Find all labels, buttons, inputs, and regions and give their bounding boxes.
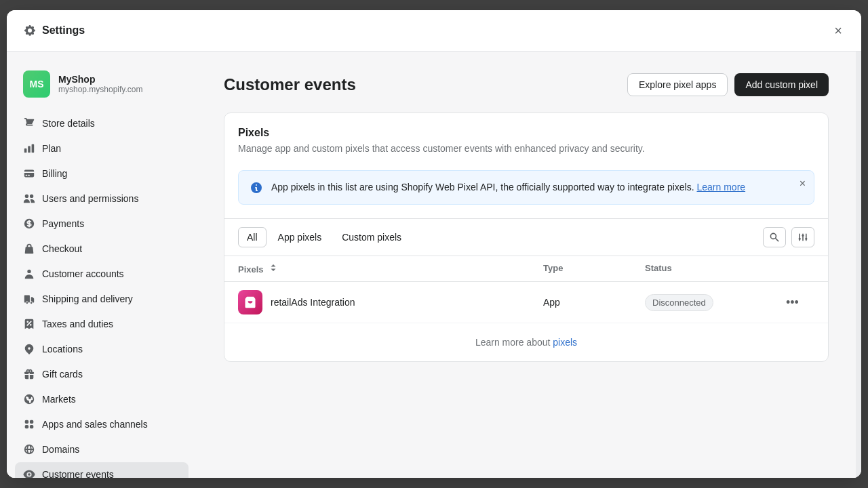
pixel-actions-cell: ••• — [781, 293, 814, 312]
pixel-type-cell: App — [543, 297, 645, 308]
sidebar-label-gift-cards: Gift cards — [42, 369, 83, 380]
shopping-bag-icon — [243, 296, 257, 309]
avatar: MS — [23, 70, 50, 98]
pixels-section: Pixels Manage app and custom pixels that… — [224, 113, 829, 362]
settings-modal: Settings × MS MyShop myshop.myshopify.co… — [7, 10, 861, 478]
col-type: Type — [543, 263, 645, 274]
sidebar-item-gift-cards[interactable]: Gift cards — [15, 362, 189, 386]
col-actions — [781, 263, 814, 274]
banner-text: App pixels in this list are using Shopif… — [271, 180, 745, 195]
learn-more-section: Learn more about pixels — [224, 323, 828, 361]
sidebar-item-users[interactable]: Users and permissions — [15, 186, 189, 211]
sidebar-label-users: Users and permissions — [42, 193, 138, 204]
sidebar-item-domains[interactable]: Domains — [15, 437, 189, 462]
sidebar-label-billing: Billing — [42, 168, 67, 179]
main-content: Customer events Explore pixel apps Add c… — [197, 52, 856, 478]
modal-title-text: Settings — [42, 24, 85, 37]
sidebar-label-customer-accounts: Customer accounts — [42, 268, 124, 279]
sidebar-item-apps[interactable]: Apps and sales channels — [15, 412, 189, 436]
payments-icon — [23, 218, 35, 230]
explore-pixel-apps-button[interactable]: Explore pixel apps — [627, 73, 728, 96]
col-status: Status — [645, 263, 781, 274]
sidebar-label-customer-events: Customer events — [42, 469, 114, 478]
info-icon — [250, 181, 263, 195]
sidebar-item-customer-events[interactable]: Customer events — [15, 462, 189, 478]
apps-icon — [23, 418, 35, 430]
shop-info: MS MyShop myshop.myshopify.com — [15, 65, 189, 111]
sidebar-item-customer-accounts[interactable]: Customer accounts — [15, 262, 189, 286]
tab-all[interactable]: All — [238, 227, 267, 247]
pixel-status-cell: Disconnected — [645, 294, 781, 311]
accounts-icon — [23, 268, 35, 280]
pixel-row-name: retailAds Integration — [271, 297, 355, 308]
col-pixels: Pixels — [238, 263, 543, 274]
sidebar-label-shipping: Shipping and delivery — [42, 293, 133, 304]
sidebar-label-taxes: Taxes and duties — [42, 319, 113, 329]
checkout-icon — [23, 243, 35, 255]
sidebar-label-plan: Plan — [42, 143, 61, 154]
search-icon — [769, 232, 780, 243]
section-description: Manage app and custom pixels that access… — [238, 143, 814, 154]
locations-icon — [23, 343, 35, 355]
sidebar-label-checkout: Checkout — [42, 243, 82, 254]
sort-button[interactable] — [791, 227, 814, 247]
pixel-name-cell: retailAds Integration — [238, 290, 543, 314]
filter-tabs: All App pixels Custom pixels — [224, 218, 828, 256]
shop-url: myshop.myshopify.com — [58, 85, 142, 94]
status-badge: Disconnected — [645, 294, 713, 311]
users-icon — [23, 192, 35, 205]
modal-overlay: Settings × MS MyShop myshop.myshopify.co… — [0, 0, 868, 488]
pixel-app-icon — [238, 290, 262, 314]
sidebar-item-store-details[interactable]: Store details — [15, 111, 189, 136]
table-header: Pixels Type Status — [224, 256, 828, 282]
page-header: Customer events Explore pixel apps Add c… — [224, 73, 829, 96]
sidebar-label-apps: Apps and sales channels — [42, 419, 148, 430]
sidebar-item-billing[interactable]: Billing — [15, 161, 189, 186]
pixels-sort-icon[interactable] — [266, 263, 278, 272]
sidebar-label-store-details: Store details — [42, 118, 95, 129]
sidebar-item-payments[interactable]: Payments — [15, 211, 189, 236]
tab-app-pixels[interactable]: App pixels — [269, 227, 331, 247]
shipping-icon — [23, 293, 35, 305]
learn-more-banner-link[interactable]: Learn more — [696, 182, 745, 192]
sidebar-item-locations[interactable]: Locations — [15, 337, 189, 361]
header-actions: Explore pixel apps Add custom pixel — [627, 73, 829, 96]
store-icon — [23, 117, 35, 129]
scrollbar[interactable] — [856, 52, 861, 478]
domains-icon — [23, 443, 35, 455]
add-custom-pixel-button[interactable]: Add custom pixel — [734, 73, 829, 96]
sidebar-label-markets: Markets — [42, 394, 76, 405]
gift-icon — [23, 368, 35, 380]
sidebar-item-checkout[interactable]: Checkout — [15, 237, 189, 261]
billing-icon — [23, 167, 35, 180]
events-icon — [23, 468, 35, 478]
sidebar-item-markets[interactable]: Markets — [15, 387, 189, 411]
modal-close-button[interactable]: × — [831, 21, 845, 40]
pixels-learn-more-link[interactable]: pixels — [553, 337, 577, 348]
filter-actions — [763, 227, 814, 247]
sidebar-item-taxes[interactable]: Taxes and duties — [15, 312, 189, 336]
sidebar: MS MyShop myshop.myshopify.com Store det… — [7, 52, 197, 478]
plan-icon — [23, 142, 35, 155]
info-banner: App pixels in this list are using Shopif… — [238, 170, 814, 205]
gear-icon — [23, 24, 37, 37]
section-header: Pixels Manage app and custom pixels that… — [224, 113, 828, 170]
search-button[interactable] — [763, 227, 786, 247]
modal-title: Settings — [23, 24, 831, 37]
sidebar-item-shipping[interactable]: Shipping and delivery — [15, 287, 189, 311]
shop-name: MyShop — [58, 74, 142, 85]
tab-custom-pixels[interactable]: Custom pixels — [333, 227, 410, 247]
page-title: Customer events — [224, 75, 356, 94]
table-row: retailAds Integration App Disconnected •… — [224, 282, 828, 323]
taxes-icon — [23, 318, 35, 330]
sidebar-label-domains: Domains — [42, 444, 79, 455]
sort-icon — [797, 232, 808, 243]
sidebar-label-payments: Payments — [42, 218, 84, 229]
sidebar-item-plan[interactable]: Plan — [15, 136, 189, 161]
modal-header: Settings × — [7, 10, 861, 52]
banner-close-button[interactable]: × — [800, 178, 806, 190]
sidebar-label-locations: Locations — [42, 344, 83, 354]
row-more-button[interactable]: ••• — [781, 293, 804, 312]
markets-icon — [23, 393, 35, 405]
modal-body: MS MyShop myshop.myshopify.com Store det… — [7, 52, 861, 478]
